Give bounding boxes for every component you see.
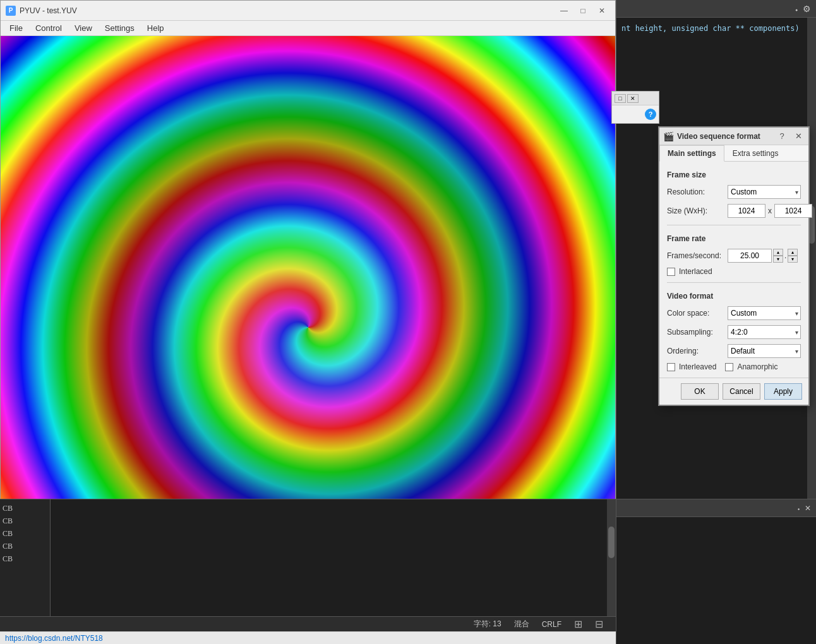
apply-button[interactable]: Apply bbox=[764, 383, 802, 400]
ordering-label: Ordering: bbox=[667, 347, 724, 355]
fps-dec-decrement[interactable]: ▾ bbox=[788, 256, 798, 263]
vsd-footer: OK Cancel Apply bbox=[659, 378, 808, 405]
close-icon-bottom[interactable]: ✕ bbox=[805, 504, 811, 513]
close-button[interactable]: ✕ bbox=[594, 4, 610, 18]
anamorphic-checkbox[interactable] bbox=[725, 363, 733, 371]
maximize-icon: □ bbox=[580, 6, 585, 15]
app-status-bar: 字符: 13 混合 CRLF ⊞ ⊟ bbox=[0, 616, 616, 631]
grid-icon-2[interactable]: ⊟ bbox=[595, 618, 603, 630]
small-close-btn[interactable]: ✕ bbox=[627, 94, 639, 103]
small-dialog-titlebar: □ ✕ bbox=[612, 92, 659, 105]
bottom-item-3: CB bbox=[3, 527, 47, 540]
video-format-title: Video format bbox=[667, 292, 801, 301]
tab-main-settings[interactable]: Main settings bbox=[659, 145, 724, 162]
interlaced-checkbox[interactable] bbox=[667, 268, 675, 276]
interlaced-row: Interlaced bbox=[667, 267, 801, 276]
right-bottom-content bbox=[616, 517, 816, 644]
divider-1 bbox=[667, 225, 801, 225]
cancel-button[interactable]: Cancel bbox=[723, 383, 760, 400]
size-row: Size (WxH): x bbox=[667, 203, 801, 218]
height-input[interactable] bbox=[774, 204, 812, 218]
scrollbar-thumb bbox=[608, 527, 615, 558]
bottom-item-5: CB bbox=[3, 552, 47, 565]
url-text[interactable]: https://blog.csdn.net/NTY518 bbox=[5, 634, 103, 643]
divider-2 bbox=[667, 282, 801, 283]
interleaved-anamorphic-row: Interleaved Anamorphic bbox=[667, 362, 801, 371]
menu-bar: File Control View Settings Help bbox=[1, 21, 615, 36]
vertical-scrollbar-bottom[interactable] bbox=[607, 499, 616, 635]
app-icon: P bbox=[6, 6, 16, 16]
fps-increment[interactable]: ▴ bbox=[773, 249, 783, 256]
vsd-close-icon: ✕ bbox=[795, 131, 802, 141]
menu-file[interactable]: File bbox=[3, 22, 29, 34]
subsampling-select-wrapper: 4:2:04:2:24:4:4 ▾ bbox=[728, 325, 801, 339]
subsampling-label: Subsampling: bbox=[667, 328, 724, 337]
interlaced-label: Interlaced bbox=[679, 267, 712, 276]
vsd-title: Video sequence format bbox=[677, 132, 772, 141]
small-restore-btn[interactable]: □ bbox=[615, 94, 626, 103]
fps-decrement[interactable]: ▾ bbox=[773, 256, 783, 263]
ordering-row: Ordering: DefaultProgressiveInterlaced ▾ bbox=[667, 343, 801, 359]
subsampling-row: Subsampling: 4:2:04:2:24:4:4 ▾ bbox=[667, 325, 801, 340]
bottom-item-4: CB bbox=[3, 540, 47, 552]
ordering-select[interactable]: DefaultProgressiveInterlaced bbox=[728, 344, 801, 358]
url-bar: https://blog.csdn.net/NTY518 bbox=[0, 631, 616, 644]
fps-dec-increment[interactable]: ▴ bbox=[788, 249, 798, 256]
colorspace-select-wrapper: CustomYUVRGBYCbCr ▾ bbox=[728, 306, 801, 320]
status-line-ending: CRLF bbox=[542, 620, 561, 629]
code-line-1: nt height, unsigned char ** components) bbox=[621, 23, 811, 34]
close-icon: ✕ bbox=[599, 6, 605, 15]
subsampling-select[interactable]: 4:2:04:2:24:4:4 bbox=[728, 325, 801, 339]
size-label: Size (WxH): bbox=[667, 206, 724, 215]
grid-icon-1[interactable]: ⊞ bbox=[574, 618, 582, 630]
resolution-row: Resolution: Custom480p720p1080p4K ▾ bbox=[667, 184, 801, 200]
small-dialog-body: ? bbox=[612, 105, 659, 123]
resolution-label: Resolution: bbox=[667, 188, 724, 196]
status-char-col: 字符: 13 bbox=[474, 619, 501, 629]
fps-decimal-spinner: ▴ ▾ bbox=[788, 249, 798, 263]
menu-control[interactable]: Control bbox=[29, 22, 68, 34]
menu-settings[interactable]: Settings bbox=[99, 22, 141, 34]
resolution-select-wrapper: Custom480p720p1080p4K ▾ bbox=[728, 185, 801, 199]
colorspace-label: Color space: bbox=[667, 309, 724, 318]
ok-button[interactable]: OK bbox=[681, 383, 719, 400]
resolution-select[interactable]: Custom480p720p1080p4K bbox=[728, 185, 801, 199]
video-sequence-dialog: 🎬 Video sequence format ? ✕ Main setting… bbox=[658, 126, 810, 406]
vsd-close-button[interactable]: ✕ bbox=[792, 130, 805, 143]
fps-label: Frames/second: bbox=[667, 251, 724, 260]
frame-rate-title: Frame rate bbox=[667, 234, 801, 243]
menu-help[interactable]: Help bbox=[141, 22, 171, 34]
tab-extra-settings[interactable]: Extra settings bbox=[724, 145, 787, 162]
anamorphic-label: Anamorphic bbox=[737, 362, 777, 371]
pin-icon[interactable]: ⬩ bbox=[794, 4, 799, 14]
size-x-separator: x bbox=[768, 206, 772, 215]
right-bottom-header: ⬩ ✕ bbox=[616, 499, 816, 517]
vsd-icon: 🎬 bbox=[663, 131, 673, 141]
width-input[interactable] bbox=[728, 204, 765, 218]
size-inputs: x bbox=[728, 204, 812, 218]
minimize-button[interactable]: — bbox=[556, 4, 572, 18]
bottom-item-2: CB bbox=[3, 515, 47, 527]
menu-view[interactable]: View bbox=[68, 22, 99, 34]
window-controls: — □ ✕ bbox=[556, 4, 610, 18]
bottom-item-1: CB bbox=[3, 502, 47, 515]
fps-spinner: ▴ ▾ bbox=[773, 249, 783, 263]
settings-icon[interactable]: ⚙ bbox=[803, 4, 811, 14]
vsd-help-button[interactable]: ? bbox=[776, 130, 788, 143]
small-float-dialog: □ ✕ ? bbox=[611, 91, 659, 124]
pin-icon-bottom[interactable]: ⬩ bbox=[796, 504, 801, 513]
app-title: PYUV - test.YUV bbox=[20, 6, 556, 15]
minimize-icon: — bbox=[560, 6, 568, 15]
title-bar: P PYUV - test.YUV — □ ✕ bbox=[1, 1, 615, 21]
vsd-title-bar: 🎬 Video sequence format ? ✕ bbox=[659, 128, 808, 145]
help-circle-icon[interactable]: ? bbox=[645, 109, 656, 120]
interleaved-checkbox[interactable] bbox=[667, 363, 675, 371]
frame-size-title: Frame size bbox=[667, 170, 801, 179]
right-bottom-panel: ⬩ ✕ bbox=[616, 499, 816, 644]
maximize-button[interactable]: □ bbox=[575, 4, 591, 18]
fps-input[interactable] bbox=[728, 249, 772, 263]
fps-controls: ▴ ▾ . ▴ ▾ bbox=[728, 249, 798, 263]
ordering-select-wrapper: DefaultProgressiveInterlaced ▾ bbox=[728, 344, 801, 358]
colorspace-select[interactable]: CustomYUVRGBYCbCr bbox=[728, 306, 801, 320]
interleaved-label: Interleaved bbox=[679, 362, 716, 371]
